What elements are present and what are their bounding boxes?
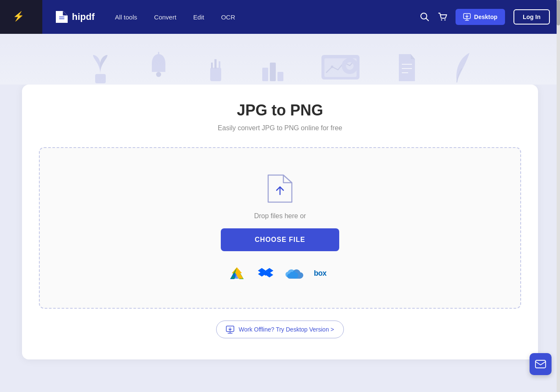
deco-bell-icon [146,51,171,85]
ws-logo-text: ⚡ [13,9,30,25]
deco-header [0,34,560,85]
scrollbar-thumb[interactable] [557,0,560,25]
onedrive-icon [285,267,303,280]
cart-icon [438,12,447,22]
svg-rect-12 [210,68,221,81]
google-drive-button[interactable] [228,264,246,282]
navbar-actions: Desktop Log In [420,9,550,25]
main-nav: All tools Convert Edit OCR [115,14,235,21]
svg-rect-17 [270,63,276,81]
navbar: ⚡ hipdf All tools Convert Edit OCR [0,0,560,34]
page-subtitle: Easily convert JPG to PNG online for fre… [39,124,521,132]
nav-ocr[interactable]: OCR [221,14,235,21]
drop-zone[interactable]: Drop files here or CHOOSE FILE [39,147,521,309]
wondershare-logo[interactable]: ⚡ [0,0,42,34]
floating-email-button[interactable] [530,353,552,375]
svg-point-21 [331,66,333,68]
main-content: JPG to PNG Easily convert JPG to PNG onl… [0,85,560,376]
svg-text:box: box [314,269,327,277]
scrollbar-track [557,0,560,392]
deco-plant-icon [89,51,112,85]
svg-point-10 [156,72,161,77]
cloud-icons-row: box [228,264,332,282]
svg-rect-14 [219,61,220,69]
drop-text: Drop files here or [254,212,306,220]
deco-icons [89,51,472,85]
nav-all-tools[interactable]: All tools [115,14,137,21]
dropbox-button[interactable] [256,264,275,282]
deco-barchart-icon [260,51,285,85]
offline-desktop-button[interactable]: Work Offline? Try Desktop Version > [216,321,344,338]
deco-monitor-icon [319,51,362,85]
converter-card: JPG to PNG Easily convert JPG to PNG onl… [22,85,538,359]
hipdf-brand-text: hipdf [72,11,95,22]
svg-rect-42 [535,360,546,368]
svg-point-4 [444,19,445,21]
box-icon: box [314,269,332,278]
svg-rect-15 [211,63,213,69]
onedrive-button[interactable] [285,264,304,282]
choose-file-button[interactable]: CHOOSE FILE [221,228,339,251]
svg-line-2 [426,19,428,21]
upload-icon-wrap [266,173,294,204]
svg-point-3 [441,19,442,21]
offline-label: Work Offline? Try Desktop Version > [239,326,334,333]
svg-rect-13 [214,59,217,69]
deco-quill-icon [453,51,472,85]
email-icon [535,360,546,368]
desktop-download-icon [463,13,471,21]
offline-desktop-icon [226,325,234,334]
hipdf-brand[interactable]: hipdf [56,11,95,23]
deco-document-icon [395,51,419,85]
search-button[interactable] [420,12,429,22]
nav-edit[interactable]: Edit [193,14,204,21]
svg-rect-16 [262,68,268,81]
offline-banner: Work Offline? Try Desktop Version > [39,321,521,338]
google-drive-icon [229,266,244,280]
svg-rect-9 [95,74,106,83]
login-button[interactable]: Log In [513,9,550,25]
deco-pencilcup-icon [205,51,226,85]
page-title: JPG to PNG [39,101,521,119]
search-icon [420,12,429,22]
nav-convert[interactable]: Convert [154,14,176,21]
box-button[interactable]: box [314,264,332,282]
cart-button[interactable] [438,12,447,22]
svg-rect-18 [277,72,283,81]
desktop-btn-label: Desktop [474,14,497,20]
upload-file-icon [266,173,294,204]
svg-text:⚡: ⚡ [13,11,25,22]
hipdf-logo-icon [56,11,68,23]
dropbox-icon [258,266,273,281]
desktop-button[interactable]: Desktop [456,9,505,25]
